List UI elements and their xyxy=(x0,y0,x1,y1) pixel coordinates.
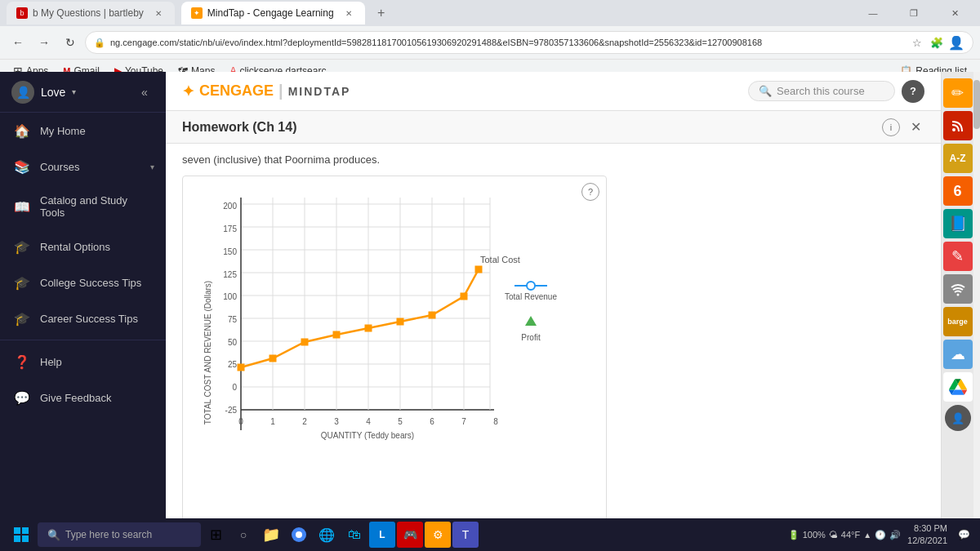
data-point-4 xyxy=(365,325,372,331)
profile-icon[interactable]: 👤 xyxy=(948,34,964,51)
mindtap-favicon: ✦ xyxy=(191,7,203,19)
tab-close-mindtap[interactable]: ✕ xyxy=(342,7,355,20)
search-box[interactable]: 🔍 Search this course xyxy=(748,81,895,101)
taskbar-chrome[interactable] xyxy=(286,522,312,548)
maximize-button[interactable]: ❐ xyxy=(895,0,933,26)
minimize-button[interactable]: — xyxy=(854,0,892,26)
right-icon-wifi[interactable] xyxy=(943,274,973,304)
refresh-button[interactable]: ↻ xyxy=(59,31,82,54)
close-window-button[interactable]: ✕ xyxy=(936,0,973,26)
right-icon-book[interactable]: 📘 xyxy=(943,209,973,238)
sidebar-item-catalog-label: Catalog and Study Tools xyxy=(40,194,154,219)
taskbar-sys-icons: 🔋 100% 🌤 44°F ▲ 🕐 🔊 xyxy=(788,530,901,540)
sidebar-item-help[interactable]: ❓ Help xyxy=(0,344,166,380)
taskbar-app8[interactable]: ⚙ xyxy=(425,522,451,548)
address-bar[interactable]: 🔒 ng.cengage.com/static/nb/ui/evo/index.… xyxy=(85,31,973,54)
chart-svg: TOTAL COST AND REVENUE (Dollars) xyxy=(196,189,572,516)
user-info[interactable]: 👤 Love ▾ xyxy=(11,81,76,104)
right-icon-cloud[interactable]: ☁ xyxy=(943,340,973,369)
taskbar-task-view[interactable]: ⊞ xyxy=(203,522,229,548)
notification-button[interactable]: 💬 xyxy=(954,525,973,544)
data-point-8 xyxy=(475,266,482,273)
svg-text:175: 175 xyxy=(223,224,237,233)
career-icon: 🎓 xyxy=(14,310,30,327)
courses-chevron-icon: ▾ xyxy=(150,162,154,171)
profit-legend-label: Profit xyxy=(521,333,541,342)
bookmark-star-icon[interactable]: ☆ xyxy=(909,34,925,51)
svg-text:6: 6 xyxy=(430,417,434,426)
svg-text:8: 8 xyxy=(493,417,498,426)
start-button[interactable] xyxy=(7,520,36,549)
tab-close-bartleby[interactable]: ✕ xyxy=(152,7,165,20)
sidebar: 👤 Love ▾ « 🏠 My Home 📚 Courses ▾ 📖 Catal… xyxy=(0,72,166,551)
back-button[interactable]: ← xyxy=(7,31,29,54)
sidebar-item-my-home-label: My Home xyxy=(40,125,154,137)
sidebar-item-courses[interactable]: 📚 Courses ▾ xyxy=(0,149,166,184)
taskbar-file-explorer[interactable]: 📁 xyxy=(258,522,284,548)
svg-text:0: 0 xyxy=(232,383,237,392)
cengage-text: CENGAGE xyxy=(199,82,274,100)
right-icon-barge[interactable]: barge xyxy=(943,307,973,336)
help-circle-button[interactable]: ? xyxy=(902,80,924,103)
battery-icon: 🔋 xyxy=(788,530,800,540)
homework-header: Homework (Ch 14) i ✕ xyxy=(166,111,941,144)
tab-bartleby[interactable]: b b My Questions | bartleby ✕ xyxy=(7,2,175,24)
data-point-1 xyxy=(270,355,276,362)
user-chevron-icon: ▾ xyxy=(72,87,76,96)
bartleby-favicon: b xyxy=(16,7,28,19)
taskbar-app7[interactable]: 🎮 xyxy=(397,522,423,548)
chart-help-button[interactable]: ? xyxy=(581,183,599,201)
y-axis-label: TOTAL COST AND REVENUE (Dollars) xyxy=(203,281,212,424)
taskbar-teams[interactable]: T xyxy=(452,522,479,548)
svg-text:QUANTITY (Teddy bears): QUANTITY (Teddy bears) xyxy=(321,431,414,440)
data-point-7 xyxy=(461,293,467,300)
taskbar-edge[interactable]: 🌐 xyxy=(314,522,340,548)
cengage-logo: ✦ CENGAGE | MINDTAP xyxy=(182,82,350,100)
avatar: 👤 xyxy=(11,81,34,104)
right-icon-notes[interactable]: ✎ xyxy=(943,242,973,271)
new-tab-button[interactable]: + xyxy=(372,3,391,23)
taskbar-app6[interactable]: L xyxy=(369,522,395,548)
tab-mindtap-label: MindTap - Cengage Learning xyxy=(207,7,334,19)
right-icon-user-avatar[interactable]: 👤 xyxy=(945,405,971,431)
taskbar: 🔍 Type here to search ⊞ ○ 📁 🌐 🛍 L 🎮 ⚙ T … xyxy=(0,518,980,551)
scrollbar-thumb[interactable] xyxy=(973,80,980,129)
homework-close-button[interactable]: ✕ xyxy=(906,118,924,136)
taskbar-cortana[interactable]: ○ xyxy=(230,522,256,548)
main-layout: 👤 Love ▾ « 🏠 My Home 📚 Courses ▾ 📖 Catal… xyxy=(0,72,980,551)
homework-content: seven (inclusive) that Poornima produces… xyxy=(166,144,941,551)
total-revenue-legend-dot xyxy=(527,282,535,290)
sidebar-header: 👤 Love ▾ « xyxy=(0,72,166,113)
right-icon-rss[interactable] xyxy=(943,111,973,140)
sidebar-item-college[interactable]: 🎓 College Success Tips xyxy=(0,264,166,300)
right-icon-az[interactable]: A-Z xyxy=(943,144,973,173)
svg-text:150: 150 xyxy=(223,247,237,256)
sidebar-item-catalog[interactable]: 📖 Catalog and Study Tools xyxy=(0,184,166,229)
svg-text:-25: -25 xyxy=(225,406,238,415)
tab-mindtap[interactable]: ✦ MindTap - Cengage Learning ✕ xyxy=(181,2,365,24)
forward-button[interactable]: → xyxy=(33,31,56,54)
weather-icon: 🌤 xyxy=(829,530,838,540)
scrollbar-track[interactable] xyxy=(973,72,980,551)
homework-info-button[interactable]: i xyxy=(882,118,900,136)
chevron-icon: ▲ xyxy=(863,531,871,540)
svg-text:2: 2 xyxy=(302,417,307,426)
right-icon-six[interactable]: 6 xyxy=(943,176,973,206)
sidebar-collapse-button[interactable]: « xyxy=(135,82,154,102)
svg-point-40 xyxy=(952,128,956,131)
sidebar-item-my-home[interactable]: 🏠 My Home xyxy=(0,113,166,149)
sidebar-item-feedback[interactable]: 💬 Give Feedback xyxy=(0,380,166,415)
taskbar-store[interactable]: 🛍 xyxy=(341,522,368,548)
tab-bartleby-label: b My Questions | bartleby xyxy=(33,7,144,19)
taskbar-search-box[interactable]: 🔍 Type here to search xyxy=(38,522,201,547)
total-cost-label: Total Cost xyxy=(480,255,520,264)
sidebar-item-career[interactable]: 🎓 Career Success Tips xyxy=(0,300,166,336)
extensions-icon[interactable]: 🧩 xyxy=(929,34,945,51)
right-icon-google-drive[interactable] xyxy=(943,372,973,402)
svg-rect-44 xyxy=(14,535,20,542)
right-icon-pen[interactable]: ✏ xyxy=(943,78,973,108)
sidebar-item-rental[interactable]: 🎓 Rental Options xyxy=(0,229,166,264)
svg-rect-42 xyxy=(14,527,20,534)
nav-divider xyxy=(0,340,166,340)
date-display: 12/8/2021 xyxy=(907,535,947,547)
